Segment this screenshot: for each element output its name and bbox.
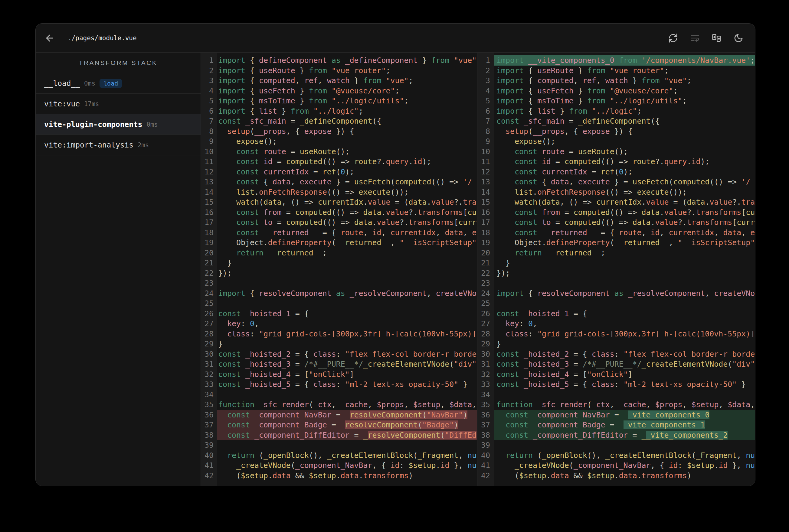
line-number: 12 bbox=[477, 167, 494, 177]
token: class bbox=[313, 350, 336, 359]
inspect-window: ./pages/module.vue bbox=[35, 23, 755, 486]
token: [ bbox=[454, 218, 458, 227]
line-number: 14 bbox=[201, 187, 217, 197]
token: , () => bbox=[560, 198, 596, 206]
code-line-left-20: return __returned__; bbox=[217, 248, 477, 258]
token: import bbox=[218, 76, 250, 85]
token: _createElementVNode bbox=[363, 360, 449, 368]
token: const bbox=[218, 380, 245, 389]
token: currentIdx bbox=[669, 228, 714, 237]
token: } bbox=[458, 380, 467, 389]
refresh-icon[interactable] bbox=[668, 33, 678, 43]
token: = { bbox=[291, 380, 313, 389]
token: _hoisted_4 bbox=[245, 370, 291, 379]
token: = bbox=[273, 157, 286, 166]
token: $data bbox=[728, 400, 750, 409]
token: currentIdx bbox=[263, 168, 309, 176]
token: . bbox=[359, 471, 363, 480]
token: = ( bbox=[669, 198, 687, 206]
token: ({ bbox=[651, 117, 660, 126]
token: const bbox=[515, 208, 542, 217]
token: (() => bbox=[323, 157, 354, 166]
token: (); bbox=[614, 147, 628, 156]
token bbox=[496, 157, 515, 166]
moon-icon[interactable] bbox=[733, 33, 744, 43]
token: , bbox=[668, 238, 678, 247]
token bbox=[496, 127, 506, 136]
line-number: 12 bbox=[201, 167, 217, 177]
token: const bbox=[236, 228, 263, 237]
token: = bbox=[282, 208, 295, 217]
token: msToTime bbox=[537, 96, 574, 105]
token: , bbox=[596, 76, 605, 85]
back-button[interactable] bbox=[43, 32, 56, 45]
code-line-right-30: const _hoisted_2 = { class: "flex flex-c… bbox=[494, 349, 755, 359]
token: = bbox=[605, 420, 619, 429]
token: "Badge" bbox=[422, 420, 454, 429]
token: e bbox=[472, 228, 476, 237]
token: (() => bbox=[610, 208, 642, 217]
token: $data bbox=[449, 400, 472, 409]
token: _createElementBlock bbox=[605, 451, 692, 460]
token: useFetch bbox=[354, 177, 390, 186]
token: }, bbox=[728, 461, 746, 470]
token: . bbox=[408, 157, 413, 166]
token: } = bbox=[610, 177, 632, 186]
token: list bbox=[259, 107, 277, 115]
line-number: 40 bbox=[201, 450, 217, 461]
token: const bbox=[218, 360, 245, 368]
token: list bbox=[236, 188, 254, 196]
token: const bbox=[506, 411, 533, 419]
line-number: 17 bbox=[477, 217, 494, 228]
line-number: 24 bbox=[477, 288, 494, 299]
token: useRoute bbox=[578, 147, 614, 156]
sidebar-item-vite-vue[interactable]: vite:vue17ms bbox=[36, 94, 201, 114]
token: ; bbox=[359, 107, 363, 115]
sidebar-item-vite-plugin-components[interactable]: vite-plugin-components0ms bbox=[36, 114, 201, 135]
token bbox=[218, 208, 236, 217]
token: __returned__ bbox=[542, 228, 596, 237]
title-dot: . bbox=[68, 35, 72, 42]
token: const bbox=[227, 420, 254, 429]
token: && bbox=[569, 471, 587, 480]
sidebar-item-vite-import-analysis[interactable]: vite:import-analysis2ms bbox=[36, 135, 201, 155]
token: _ bbox=[341, 420, 345, 429]
token: { bbox=[542, 177, 551, 186]
code-pane-after[interactable]: import __vite_components_0 from '/compon… bbox=[494, 53, 755, 486]
token: _sfc_main bbox=[245, 117, 286, 126]
token bbox=[496, 461, 515, 470]
token: route bbox=[619, 228, 642, 237]
token: ref bbox=[304, 76, 318, 85]
token: _sfc_render bbox=[259, 400, 309, 409]
token: _ bbox=[363, 431, 368, 439]
token: function bbox=[496, 400, 537, 409]
token: ( bbox=[390, 177, 395, 186]
token: "../logic" bbox=[313, 107, 359, 115]
wrap-text-icon[interactable] bbox=[690, 33, 700, 43]
code-line-left-33: const _hoisted_5 = { class: "ml-2 text-x… bbox=[217, 379, 477, 390]
diff-panels-icon[interactable] bbox=[712, 33, 722, 43]
plugin-name: vite:vue bbox=[44, 99, 80, 108]
token: __returned__ bbox=[268, 248, 323, 257]
token: ( bbox=[537, 198, 542, 206]
code-line-left-26: const _hoisted_1 = { bbox=[217, 309, 477, 319]
token: computed bbox=[295, 208, 332, 217]
token: return bbox=[236, 248, 268, 257]
token: (() => bbox=[601, 218, 632, 227]
line-number: 3 bbox=[477, 76, 494, 86]
sidebar-item--load-[interactable]: __load__0msload bbox=[36, 73, 201, 94]
token: '/_ bbox=[463, 177, 476, 186]
token: onFetchResponse bbox=[537, 188, 605, 196]
token: nu bbox=[467, 461, 476, 470]
token: ?. bbox=[655, 157, 664, 166]
token: data bbox=[551, 177, 569, 186]
code-line-left-39 bbox=[217, 440, 477, 450]
token: ( bbox=[413, 451, 418, 460]
code-pane-before[interactable]: import { defineComponent as _defineCompo… bbox=[217, 53, 477, 486]
token: ) bbox=[409, 471, 413, 480]
token: ( bbox=[422, 411, 426, 419]
token: : bbox=[614, 350, 624, 359]
token: nu bbox=[746, 461, 755, 470]
token: ) bbox=[687, 471, 692, 480]
token: = [ bbox=[291, 370, 309, 379]
